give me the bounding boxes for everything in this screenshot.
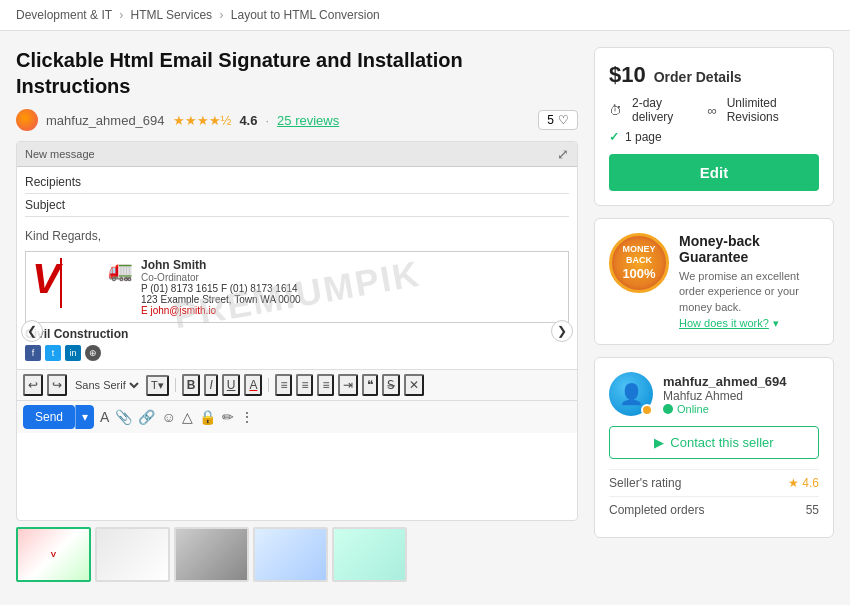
- font-select[interactable]: Sans Serif: [71, 378, 142, 392]
- send-dropdown-arrow[interactable]: ▾: [75, 405, 94, 429]
- sig-details: John Smith Co-Ordinator P (01) 8173 1615…: [141, 258, 301, 316]
- sig-truck-icon: 🚛: [108, 258, 133, 282]
- gig-price: $10: [609, 62, 646, 88]
- seller-avatar: 👤: [609, 372, 653, 416]
- order-card: $10 Order Details ⏱ 2-day delivery ∞ Unl…: [594, 47, 834, 206]
- breadcrumb-item-html[interactable]: HTML Services: [131, 8, 213, 22]
- expand-icon[interactable]: ⤢: [557, 146, 569, 162]
- review-link[interactable]: 25 reviews: [277, 113, 339, 128]
- font-size-btn[interactable]: T▾: [146, 375, 169, 396]
- sellers-rating-row: Seller's rating ★ 4.6: [609, 469, 819, 496]
- social-icons: f t in ⊕: [25, 345, 569, 361]
- breadcrumb-item-layout[interactable]: Layout to HTML Conversion: [231, 8, 380, 22]
- thumb-img-3: [176, 529, 247, 580]
- seller-badge: [641, 404, 653, 416]
- align-btn[interactable]: ≡: [275, 374, 292, 396]
- completed-orders-row: Completed orders 55: [609, 496, 819, 523]
- quote-btn[interactable]: ❝: [362, 374, 378, 396]
- like-button[interactable]: 5 ♡: [538, 110, 578, 130]
- prev-arrow[interactable]: ❮: [21, 320, 43, 342]
- how-link-arrow: ▾: [773, 317, 779, 329]
- pen-icon[interactable]: ✏: [222, 409, 234, 425]
- bold-btn[interactable]: B: [182, 374, 201, 396]
- rating-number: 4.6: [239, 113, 257, 128]
- thumb-3[interactable]: [174, 527, 249, 582]
- thumb-img-5: [334, 529, 405, 580]
- sig-title: Co-Ordinator: [141, 272, 301, 283]
- guarantee-title: Money-back Guarantee: [679, 233, 819, 265]
- contact-seller-button[interactable]: ▶ Contact this seller: [609, 426, 819, 459]
- delivery-text: 2-day delivery: [632, 96, 697, 124]
- format-icon[interactable]: A: [100, 409, 109, 425]
- emoji-icon[interactable]: ☺: [161, 409, 175, 425]
- price-row: $10 Order Details: [609, 62, 819, 88]
- breadcrumb-item-dev[interactable]: Development & IT: [16, 8, 112, 22]
- thumb-1[interactable]: V: [16, 527, 91, 582]
- attach-icon[interactable]: 📎: [115, 409, 132, 425]
- editor-toolbar: ↩ ↪ Sans Serif T▾ B I U A ≡ ≡ ≡ ⇥ ❝ S̶ ✕: [17, 369, 577, 400]
- sig-name: John Smith: [141, 258, 301, 272]
- sellers-rating-label: Seller's rating: [609, 476, 681, 490]
- italic-btn[interactable]: I: [204, 374, 217, 396]
- thumb-4[interactable]: [253, 527, 328, 582]
- pages-text: 1 page: [625, 130, 662, 144]
- meta-row: mahfuz_ahmed_694 ★★★★½ 4.6 · 25 reviews …: [16, 109, 578, 131]
- pages-row: ✓ 1 page: [609, 130, 819, 144]
- delivery-row: ⏱ 2-day delivery ∞ Unlimited Revisions: [609, 96, 819, 124]
- preview-topbar: New message ⤢: [17, 142, 577, 167]
- facebook-icon: f: [25, 345, 41, 361]
- subject-field: Subject: [25, 194, 569, 217]
- seller-username: mahfuz_ahmed_694: [663, 374, 787, 389]
- thumb-2[interactable]: [95, 527, 170, 582]
- seller-avatar-small: [16, 109, 38, 131]
- heart-icon: ♡: [558, 113, 569, 127]
- sig-logo-line: [60, 258, 62, 308]
- sellers-rating-value: ★ 4.6: [788, 476, 819, 490]
- send-button[interactable]: Send: [23, 405, 75, 429]
- next-arrow[interactable]: ❯: [551, 320, 573, 342]
- online-dot: [663, 404, 673, 414]
- preview-container: New message ⤢ Recipients Subject Kind Re…: [16, 141, 578, 521]
- thumb-img-2: [97, 529, 168, 580]
- thumb-5[interactable]: [332, 527, 407, 582]
- more-icon[interactable]: ⋮: [240, 409, 254, 425]
- lock-icon[interactable]: 🔒: [199, 409, 216, 425]
- guarantee-card: MONEY BACK 100% Money-back Guarantee We …: [594, 218, 834, 345]
- order-details-label: Order Details: [654, 69, 742, 85]
- email-form-area: Recipients Subject: [17, 167, 577, 221]
- edit-button[interactable]: Edit: [609, 154, 819, 191]
- sig-phone: P (01) 8173 1615 F (01) 8173 1614: [141, 283, 301, 294]
- guarantee-text: Money-back Guarantee We promise an excel…: [679, 233, 819, 330]
- strike-btn[interactable]: S̶: [382, 374, 400, 396]
- seller-header: 👤 mahfuz_ahmed_694 Mahfuz Ahmed Online: [609, 372, 819, 416]
- breadcrumb: Development & IT › HTML Services › Layou…: [0, 0, 850, 31]
- remove-format-btn[interactable]: ✕: [404, 374, 424, 396]
- how-link[interactable]: How does it work?: [679, 317, 769, 329]
- gig-title: Clickable Html Email Signature and Insta…: [16, 47, 578, 99]
- infinity-icon: ∞: [707, 103, 716, 118]
- twitter-icon: t: [45, 345, 61, 361]
- send-group: Send ▾: [23, 405, 94, 429]
- seller-info: mahfuz_ahmed_694 Mahfuz Ahmed Online: [663, 374, 787, 415]
- undo-btn[interactable]: ↩: [23, 374, 43, 396]
- color-btn[interactable]: A: [244, 374, 262, 396]
- kind-regards: Kind Regards,: [25, 229, 569, 243]
- new-message-label: New message: [25, 148, 95, 160]
- guarantee-description: We promise an excellent order experience…: [679, 269, 819, 315]
- guarantee-badge: MONEY BACK 100%: [609, 233, 669, 293]
- star-icons: ★★★★½: [173, 113, 232, 128]
- redo-btn[interactable]: ↪: [47, 374, 67, 396]
- seller-name-link[interactable]: mahfuz_ahmed_694: [46, 113, 165, 128]
- linkedin-icon: in: [65, 345, 81, 361]
- email-content-area: Kind Regards, V 🚛 John Smith Co-Ordinato…: [17, 221, 577, 369]
- underline-btn[interactable]: U: [222, 374, 241, 396]
- contact-btn-label: Contact this seller: [670, 435, 773, 450]
- indent-btn[interactable]: ⇥: [338, 374, 358, 396]
- drive-icon[interactable]: △: [182, 409, 193, 425]
- list2-btn[interactable]: ≡: [317, 374, 334, 396]
- link-icon[interactable]: 🔗: [138, 409, 155, 425]
- list-btn[interactable]: ≡: [296, 374, 313, 396]
- thumbnail-strip: V: [16, 527, 578, 582]
- sig-address: 123 Example Street, Town WA 0000: [141, 294, 301, 305]
- check-icon: ✓: [609, 130, 619, 144]
